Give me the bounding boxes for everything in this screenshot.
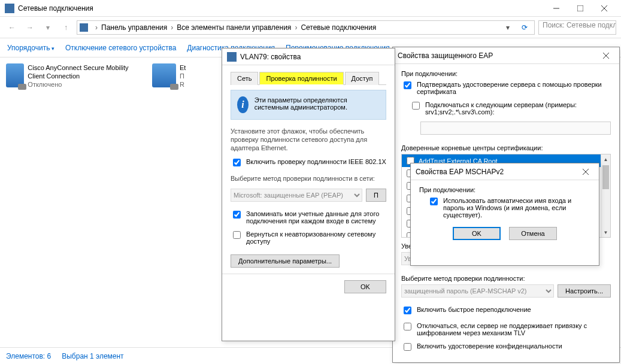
on-connect-label: При подключении: (419, 186, 590, 193)
status-selected: Выбран 1 элемент (62, 352, 123, 360)
choose-method-label: Выберите метод проверки подлинности в се… (231, 174, 386, 183)
window-titlebar: Сетевые подключения (0, 0, 621, 17)
dialog-title: VLAN79: свойства (240, 53, 390, 61)
dropdown-icon[interactable]: ▾ (501, 20, 515, 35)
remember-credentials-checkbox[interactable]: Запоминать мои учетные данные для этого … (231, 210, 386, 225)
dialog-titlebar[interactable]: Свойства EAP MSCHAPv2 (411, 163, 599, 180)
recent-button[interactable]: ▾ (41, 20, 55, 35)
close-icon[interactable] (598, 48, 614, 63)
svg-rect-1 (577, 5, 583, 11)
disconnect-tlv-checkbox[interactable]: Отключаться, если сервер не поддерживает… (401, 322, 611, 336)
adapter-properties-dialog: VLAN79: свойства Сеть Проверка подлиннос… (222, 48, 395, 341)
fast-reconnect-checkbox[interactable]: Включить быстрое переподключение (401, 306, 611, 316)
scroll-down-icon[interactable]: ▼ (601, 228, 610, 237)
chevron-icon[interactable]: › (293, 23, 298, 32)
close-icon[interactable] (577, 165, 594, 179)
dialog-title: Свойства защищенного EAP (398, 51, 598, 60)
breadcrumb-item[interactable]: Панель управления (101, 23, 167, 32)
disconnect-tlv-input[interactable] (404, 323, 411, 330)
connection-item[interactable]: Cisco AnyConnect Secure Mobility Client … (4, 61, 147, 95)
location-icon (80, 23, 88, 32)
identity-privacy-checkbox[interactable]: Включить удостоверение конфиденциальност… (401, 342, 611, 353)
chevron-icon[interactable]: › (94, 23, 99, 32)
connection-adapter: R (180, 80, 186, 89)
fallback-unauth-input[interactable] (233, 231, 241, 239)
breadcrumb-item[interactable]: Сетевые подключения (301, 23, 376, 32)
search-input[interactable]: Поиск: Сетевые подкл (538, 20, 616, 35)
auth-description: Установите этот флажок, чтобы обеспечить… (231, 127, 386, 152)
scroll-up-icon[interactable]: ▲ (601, 154, 610, 164)
connection-name: Et (180, 63, 186, 72)
scroll-thumb[interactable] (602, 165, 609, 189)
fallback-unauth-checkbox[interactable]: Вернуться к неавторизованному сетевому д… (231, 230, 386, 245)
up-button[interactable]: ↑ (59, 20, 73, 35)
connection-status: Отключено (28, 80, 145, 89)
fast-reconnect-input[interactable] (404, 307, 411, 314)
window-icon (5, 4, 14, 13)
organize-menu[interactable]: Упорядочить (7, 44, 54, 52)
tab-authentication[interactable]: Проверка подлинности (259, 72, 343, 85)
breadcrumb-item[interactable]: Все элементы панели управления (177, 23, 291, 32)
trusted-roots-label: Доверенные корневые центры сертификации: (401, 144, 611, 151)
address-bar: ← → ▾ ↑ › Панель управления › Все элемен… (0, 17, 621, 38)
use-windows-creds-input[interactable] (430, 198, 438, 205)
info-text: Эти параметры определяются системным адм… (255, 96, 380, 111)
window-title: Сетевые подключения (18, 4, 544, 13)
mschap-dialog: Свойства EAP MSCHAPv2 При подключении: И… (410, 163, 599, 266)
inner-auth-method-select[interactable]: защищенный пароль (EAP-MSCHAP v2) (401, 284, 554, 298)
chevron-icon[interactable]: › (169, 23, 174, 32)
advanced-settings-button[interactable]: Дополнительные параметры... (231, 254, 340, 268)
dialog-title: Свойства EAP MSCHAPv2 (416, 168, 577, 176)
maximize-button[interactable] (568, 0, 592, 17)
tab-network[interactable]: Сеть (231, 72, 258, 85)
enable-8021x-checkbox[interactable]: Включить проверку подлинности IEEE 802.1… (231, 158, 386, 168)
breadcrumb-bar[interactable]: › Панель управления › Все элементы панел… (77, 20, 535, 35)
back-button[interactable]: ← (5, 20, 19, 35)
refresh-icon[interactable]: ⟳ (517, 20, 532, 35)
configure-button[interactable]: Настроить... (558, 284, 611, 298)
method-settings-button[interactable]: П (366, 189, 386, 202)
servers-text-input[interactable] (420, 122, 611, 135)
status-count: Элементов: 6 (6, 352, 51, 360)
dialog-titlebar[interactable]: VLAN79: свойства (222, 48, 395, 65)
dialog-titlebar[interactable]: Свойства защищенного EAP (393, 47, 619, 64)
network-adapter-icon (152, 63, 176, 87)
info-icon: i (237, 96, 249, 113)
verify-cert-checkbox[interactable]: Подтверждать удостоверение сервера с пом… (401, 81, 611, 95)
dialog-icon (227, 52, 237, 62)
cancel-button[interactable]: Отмена (509, 227, 557, 240)
disable-device-link[interactable]: Отключение сетевого устройства (65, 44, 176, 52)
close-button[interactable] (592, 0, 616, 17)
network-adapter-icon (6, 63, 24, 87)
choose-auth-method-label: Выберите метод проверки подлинности: (401, 275, 611, 282)
on-connect-label: При подключении: (401, 70, 611, 77)
remember-credentials-input[interactable] (233, 211, 241, 219)
minimize-button[interactable] (544, 0, 568, 17)
tab-access[interactable]: Доступ (345, 72, 380, 85)
use-windows-creds-checkbox[interactable]: Использовать автоматически имя входа и п… (428, 197, 590, 219)
connection-name: Cisco AnyConnect Secure Mobility Client … (28, 63, 145, 80)
scrollbar[interactable]: ▲ ▼ (601, 154, 610, 237)
auth-method-select[interactable]: Microsoft: защищенные EAP (PEAP) (231, 189, 362, 202)
identity-privacy-input[interactable] (404, 343, 411, 351)
connect-servers-checkbox[interactable]: Подключаться к следующим серверам (приме… (410, 101, 611, 116)
ok-button[interactable]: OK (344, 280, 386, 293)
ok-button[interactable]: OK (453, 227, 501, 240)
tab-strip: Сеть Проверка подлинности Доступ (231, 71, 386, 85)
enable-8021x-input[interactable] (233, 159, 241, 166)
connect-servers-input[interactable] (412, 102, 420, 110)
verify-cert-input[interactable] (404, 81, 411, 89)
connection-status: П (180, 72, 186, 80)
forward-button[interactable]: → (23, 20, 37, 35)
info-banner: i Эти параметры определяются системным а… (231, 90, 386, 120)
